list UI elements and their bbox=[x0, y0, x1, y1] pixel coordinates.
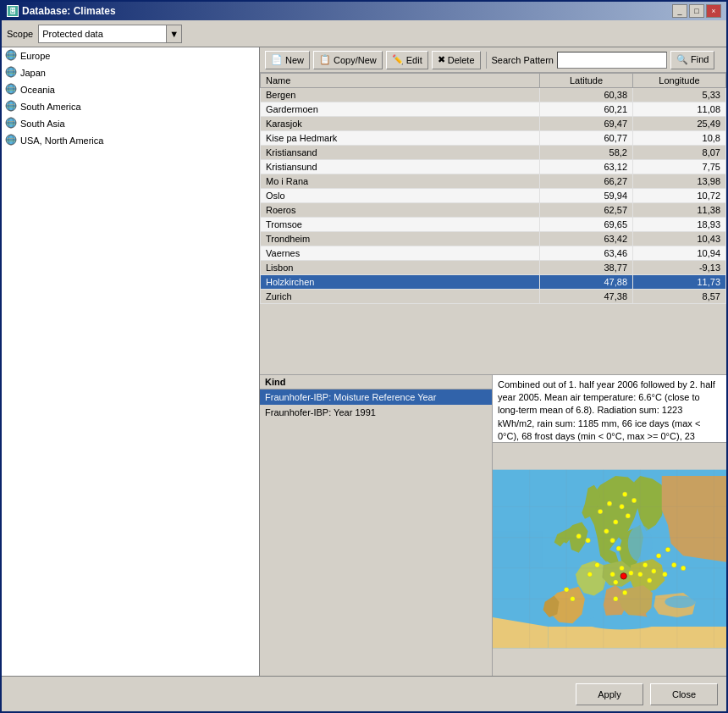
cell-lon: 18,93 bbox=[633, 218, 726, 232]
tree-item-label: South America bbox=[20, 102, 81, 112]
kind-item[interactable]: Fraunhofer-IBP: Moisture Reference Year bbox=[260, 390, 492, 405]
svg-point-74 bbox=[610, 539, 615, 544]
cell-lon: 10,94 bbox=[633, 246, 726, 261]
table-row[interactable]: Bergen60,385,33 bbox=[261, 88, 726, 102]
desc-panel: Combined out of 1. half year 2006 follow… bbox=[493, 375, 726, 677]
tree-item[interactable]: USA, North America bbox=[2, 132, 259, 149]
window-close-button[interactable]: × bbox=[706, 4, 721, 18]
svg-point-75 bbox=[616, 546, 621, 551]
cell-name: Roeros bbox=[261, 203, 540, 218]
maximize-button[interactable]: □ bbox=[689, 4, 704, 18]
svg-rect-23 bbox=[8, 121, 14, 122]
tree-item[interactable]: South America bbox=[2, 98, 259, 115]
cell-lon: 8,07 bbox=[633, 146, 726, 160]
cell-name: Holzkirchen bbox=[261, 275, 540, 290]
svg-rect-52 bbox=[493, 532, 542, 569]
table-row[interactable]: Holzkirchen47,8811,73 bbox=[261, 275, 726, 290]
svg-rect-8 bbox=[8, 70, 14, 71]
search-input[interactable] bbox=[557, 52, 667, 69]
svg-point-81 bbox=[620, 566, 625, 571]
tree-item[interactable]: Japan bbox=[2, 64, 259, 81]
cell-lat: 62,57 bbox=[540, 203, 633, 218]
svg-point-72 bbox=[622, 492, 627, 497]
tree-item[interactable]: Oceania bbox=[2, 81, 259, 98]
table-row[interactable]: Oslo59,9410,72 bbox=[261, 189, 726, 203]
map-area bbox=[493, 443, 726, 677]
cell-lon: 10,8 bbox=[633, 131, 726, 146]
col-header-lat: Latitude bbox=[540, 74, 633, 88]
svg-point-76 bbox=[595, 563, 600, 568]
table-row[interactable]: Kise pa Hedmark60,7710,8 bbox=[261, 131, 726, 146]
table-row[interactable]: Roeros62,5711,38 bbox=[261, 203, 726, 218]
cell-name: Vaernes bbox=[261, 246, 540, 261]
table-row[interactable]: Kristiansund63,127,75 bbox=[261, 160, 726, 174]
cell-lat: 66,27 bbox=[540, 174, 633, 189]
minimize-button[interactable]: _ bbox=[672, 4, 687, 18]
main-window: 🗄 Database: Climates _ □ × Scope Protect… bbox=[0, 0, 728, 713]
tree-item[interactable]: Europe bbox=[2, 47, 259, 64]
tree-item[interactable]: South Asia bbox=[2, 115, 259, 132]
scope-dropdown[interactable]: Protected data ▼ bbox=[38, 25, 182, 43]
delete-icon: ✖ bbox=[438, 54, 445, 65]
cell-lon: 11,73 bbox=[633, 275, 726, 290]
svg-point-86 bbox=[643, 563, 648, 568]
svg-point-79 bbox=[576, 533, 582, 539]
svg-point-73 bbox=[604, 529, 609, 534]
find-button[interactable]: 🔍 Find bbox=[670, 51, 714, 69]
cell-lon: 11,38 bbox=[633, 203, 726, 218]
titlebar-left: 🗄 Database: Climates bbox=[7, 5, 116, 17]
tree-item-label: South Asia bbox=[20, 119, 65, 129]
svg-point-67 bbox=[613, 520, 618, 525]
new-button[interactable]: 📄 New bbox=[265, 51, 310, 69]
edit-icon: ✏️ bbox=[392, 54, 404, 65]
table-row[interactable]: Vaernes63,4610,94 bbox=[261, 246, 726, 261]
table-row[interactable]: Gardermoen60,2111,08 bbox=[261, 102, 726, 117]
svg-rect-9 bbox=[7, 73, 15, 74]
cell-name: Zurich bbox=[261, 290, 540, 304]
apply-button[interactable]: Apply bbox=[576, 683, 643, 705]
cell-name: Gardermoen bbox=[261, 102, 540, 117]
svg-rect-28 bbox=[8, 138, 14, 139]
svg-rect-14 bbox=[7, 90, 15, 91]
new-icon: 📄 bbox=[271, 54, 283, 65]
svg-point-71 bbox=[631, 498, 637, 503]
edit-button[interactable]: ✏️ Edit bbox=[386, 51, 428, 69]
svg-point-69 bbox=[620, 505, 625, 510]
col-header-name: Name bbox=[261, 74, 540, 88]
table-row[interactable]: Lisbon38,77-9,13 bbox=[261, 261, 726, 275]
table-row[interactable]: Kristiansand58,28,07 bbox=[261, 146, 726, 160]
cell-lat: 58,2 bbox=[540, 146, 633, 160]
svg-rect-24 bbox=[7, 124, 15, 124]
cell-lon: 11,08 bbox=[633, 102, 726, 117]
close-button[interactable]: Close bbox=[650, 683, 718, 705]
cell-lat: 69,65 bbox=[540, 218, 633, 232]
svg-point-88 bbox=[647, 578, 652, 583]
cell-name: Kristiansand bbox=[261, 146, 540, 160]
svg-rect-3 bbox=[8, 53, 14, 54]
svg-rect-19 bbox=[7, 107, 15, 108]
delete-button[interactable]: ✖ Delete bbox=[432, 51, 481, 69]
svg-point-95 bbox=[622, 590, 627, 595]
table-row[interactable]: Zurich47,388,57 bbox=[261, 290, 726, 304]
table-row[interactable]: Tromsoe69,6518,93 bbox=[261, 218, 726, 232]
globe-icon bbox=[5, 66, 17, 80]
kind-item[interactable]: Fraunhofer-IBP: Year 1991 bbox=[260, 405, 492, 420]
globe-icon bbox=[5, 83, 17, 97]
description-text: Combined out of 1. half year 2006 follow… bbox=[493, 375, 726, 443]
svg-point-89 bbox=[637, 572, 643, 578]
cell-lat: 69,47 bbox=[540, 117, 633, 131]
table-row[interactable]: Karasjok69,4725,49 bbox=[261, 117, 726, 131]
cell-lat: 59,94 bbox=[540, 189, 633, 203]
table-row[interactable]: Trondheim63,4210,43 bbox=[261, 232, 726, 246]
lower-panels: Kind Fraunhofer-IBP: Moisture Reference … bbox=[260, 375, 726, 677]
cell-lat: 63,42 bbox=[540, 232, 633, 246]
titlebar: 🗄 Database: Climates _ □ × bbox=[2, 2, 726, 20]
svg-point-96 bbox=[613, 597, 618, 602]
cell-lat: 47,88 bbox=[540, 275, 633, 290]
table-row[interactable]: Mo i Rana66,2713,98 bbox=[261, 174, 726, 189]
cell-name: Trondheim bbox=[261, 232, 540, 246]
svg-point-91 bbox=[671, 563, 676, 568]
svg-point-80 bbox=[610, 572, 615, 578]
svg-point-85 bbox=[571, 597, 576, 602]
copy-button[interactable]: 📋 Copy/New bbox=[313, 51, 383, 69]
